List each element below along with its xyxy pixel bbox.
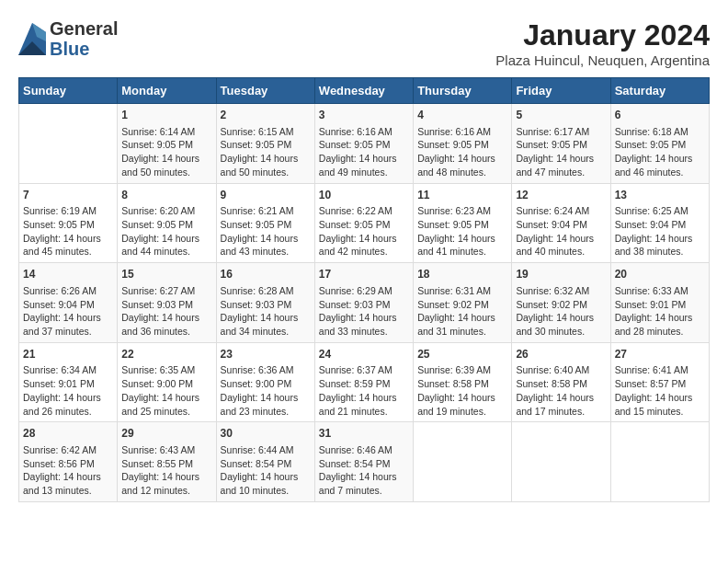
cell-content: Sunrise: 6:17 AM Sunset: 9:05 PM Dayligh… [516,125,606,179]
calendar-cell: 6Sunrise: 6:18 AM Sunset: 9:05 PM Daylig… [610,104,709,184]
day-number: 31 [319,426,409,442]
day-number: 28 [23,426,113,442]
cell-content: Sunrise: 6:21 AM Sunset: 9:05 PM Dayligh… [221,204,311,259]
day-number: 11 [417,188,507,203]
cell-content: Sunrise: 6:46 AM Sunset: 8:54 PM Dayligh… [319,443,409,498]
header-row: SundayMondayTuesdayWednesdayThursdayFrid… [19,78,710,104]
cell-content: Sunrise: 6:26 AM Sunset: 9:04 PM Dayligh… [23,284,113,339]
logo-text: General Blue [50,18,118,59]
calendar-cell: 24Sunrise: 6:37 AM Sunset: 8:59 PM Dayli… [314,342,413,422]
calendar-cell: 29Sunrise: 6:43 AM Sunset: 8:55 PM Dayli… [118,422,216,502]
calendar-cell: 2Sunrise: 6:15 AM Sunset: 9:05 PM Daylig… [216,104,314,184]
cell-content: Sunrise: 6:18 AM Sunset: 9:05 PM Dayligh… [615,125,705,179]
day-number: 26 [516,347,606,362]
header-day-sunday: Sunday [19,78,118,104]
cell-content: Sunrise: 6:34 AM Sunset: 9:01 PM Dayligh… [23,363,113,418]
day-number: 15 [121,267,211,282]
cell-content: Sunrise: 6:19 AM Sunset: 9:05 PM Dayligh… [23,204,113,259]
calendar-cell: 9Sunrise: 6:21 AM Sunset: 9:05 PM Daylig… [216,183,314,263]
calendar-cell: 27Sunrise: 6:41 AM Sunset: 8:57 PM Dayli… [610,342,709,422]
day-number: 21 [23,347,113,362]
day-number: 7 [23,188,113,203]
cell-content: Sunrise: 6:20 AM Sunset: 9:05 PM Dayligh… [121,204,211,259]
calendar-cell: 14Sunrise: 6:26 AM Sunset: 9:04 PM Dayli… [19,263,118,343]
calendar-cell: 22Sunrise: 6:35 AM Sunset: 9:00 PM Dayli… [118,342,216,422]
day-number: 25 [417,347,507,362]
calendar-cell: 18Sunrise: 6:31 AM Sunset: 9:02 PM Dayli… [414,263,512,343]
calendar-cell: 21Sunrise: 6:34 AM Sunset: 9:01 PM Dayli… [19,342,118,422]
day-number: 24 [319,347,409,362]
calendar-cell [512,422,610,502]
week-row-2: 7Sunrise: 6:19 AM Sunset: 9:05 PM Daylig… [19,183,710,263]
week-row-5: 28Sunrise: 6:42 AM Sunset: 8:56 PM Dayli… [19,422,710,502]
calendar-cell: 5Sunrise: 6:17 AM Sunset: 9:05 PM Daylig… [512,104,610,184]
day-number: 22 [121,347,211,362]
logo: General Blue [18,18,118,59]
calendar-table: SundayMondayTuesdayWednesdayThursdayFrid… [18,77,710,502]
logo-blue: Blue [50,39,118,59]
page-title: January 2024 [495,18,710,52]
page-header: General Blue January 2024 Plaza Huincul,… [18,18,710,68]
cell-content: Sunrise: 6:43 AM Sunset: 8:55 PM Dayligh… [121,443,211,498]
calendar-cell: 3Sunrise: 6:16 AM Sunset: 9:05 PM Daylig… [314,104,413,184]
cell-content: Sunrise: 6:28 AM Sunset: 9:03 PM Dayligh… [221,284,311,339]
cell-content: Sunrise: 6:16 AM Sunset: 9:05 PM Dayligh… [417,125,507,179]
cell-content: Sunrise: 6:14 AM Sunset: 9:05 PM Dayligh… [121,125,211,179]
cell-content: Sunrise: 6:31 AM Sunset: 9:02 PM Dayligh… [417,284,507,339]
cell-content: Sunrise: 6:33 AM Sunset: 9:01 PM Dayligh… [615,284,705,339]
calendar-cell: 30Sunrise: 6:44 AM Sunset: 8:54 PM Dayli… [216,422,314,502]
day-number: 27 [615,347,705,362]
day-number: 30 [221,426,311,442]
day-number: 17 [319,267,409,282]
day-number: 16 [221,267,311,282]
calendar-cell: 8Sunrise: 6:20 AM Sunset: 9:05 PM Daylig… [118,183,216,263]
calendar-cell: 7Sunrise: 6:19 AM Sunset: 9:05 PM Daylig… [19,183,118,263]
title-block: January 2024 Plaza Huincul, Neuquen, Arg… [495,18,710,68]
cell-content: Sunrise: 6:22 AM Sunset: 9:05 PM Dayligh… [319,204,409,259]
calendar-cell [19,104,118,184]
calendar-cell: 19Sunrise: 6:32 AM Sunset: 9:02 PM Dayli… [512,263,610,343]
cell-content: Sunrise: 6:24 AM Sunset: 9:04 PM Dayligh… [516,204,606,259]
header-day-tuesday: Tuesday [216,78,314,104]
calendar-header: SundayMondayTuesdayWednesdayThursdayFrid… [19,78,710,104]
cell-content: Sunrise: 6:42 AM Sunset: 8:56 PM Dayligh… [23,443,113,498]
cell-content: Sunrise: 6:27 AM Sunset: 9:03 PM Dayligh… [121,284,211,339]
week-row-4: 21Sunrise: 6:34 AM Sunset: 9:01 PM Dayli… [19,342,710,422]
day-number: 12 [516,188,606,203]
calendar-cell: 25Sunrise: 6:39 AM Sunset: 8:58 PM Dayli… [414,342,512,422]
cell-content: Sunrise: 6:32 AM Sunset: 9:02 PM Dayligh… [516,284,606,339]
cell-content: Sunrise: 6:39 AM Sunset: 8:58 PM Dayligh… [417,363,507,418]
calendar-cell: 23Sunrise: 6:36 AM Sunset: 9:00 PM Dayli… [216,342,314,422]
page-subtitle: Plaza Huincul, Neuquen, Argentina [495,52,710,68]
header-day-thursday: Thursday [414,78,512,104]
cell-content: Sunrise: 6:15 AM Sunset: 9:05 PM Dayligh… [221,125,311,179]
calendar-cell: 13Sunrise: 6:25 AM Sunset: 9:04 PM Dayli… [610,183,709,263]
logo-icon [18,23,46,55]
calendar-cell: 15Sunrise: 6:27 AM Sunset: 9:03 PM Dayli… [118,263,216,343]
calendar-cell: 31Sunrise: 6:46 AM Sunset: 8:54 PM Dayli… [314,422,413,502]
week-row-3: 14Sunrise: 6:26 AM Sunset: 9:04 PM Dayli… [19,263,710,343]
header-day-monday: Monday [118,78,216,104]
week-row-1: 1Sunrise: 6:14 AM Sunset: 9:05 PM Daylig… [19,104,710,184]
calendar-cell: 28Sunrise: 6:42 AM Sunset: 8:56 PM Dayli… [19,422,118,502]
header-day-friday: Friday [512,78,610,104]
calendar-cell: 26Sunrise: 6:40 AM Sunset: 8:58 PM Dayli… [512,342,610,422]
calendar-cell [610,422,709,502]
cell-content: Sunrise: 6:36 AM Sunset: 9:00 PM Dayligh… [221,363,311,418]
day-number: 3 [319,108,409,123]
header-day-saturday: Saturday [610,78,709,104]
day-number: 13 [615,188,705,203]
day-number: 6 [615,108,705,123]
calendar-cell: 1Sunrise: 6:14 AM Sunset: 9:05 PM Daylig… [118,104,216,184]
day-number: 8 [121,188,211,203]
calendar-cell: 16Sunrise: 6:28 AM Sunset: 9:03 PM Dayli… [216,263,314,343]
cell-content: Sunrise: 6:29 AM Sunset: 9:03 PM Dayligh… [319,284,409,339]
cell-content: Sunrise: 6:44 AM Sunset: 8:54 PM Dayligh… [221,443,311,498]
day-number: 23 [221,347,311,362]
cell-content: Sunrise: 6:25 AM Sunset: 9:04 PM Dayligh… [615,204,705,259]
calendar-cell: 20Sunrise: 6:33 AM Sunset: 9:01 PM Dayli… [610,263,709,343]
cell-content: Sunrise: 6:35 AM Sunset: 9:00 PM Dayligh… [121,363,211,418]
calendar-cell: 17Sunrise: 6:29 AM Sunset: 9:03 PM Dayli… [314,263,413,343]
calendar-cell [414,422,512,502]
header-day-wednesday: Wednesday [314,78,413,104]
